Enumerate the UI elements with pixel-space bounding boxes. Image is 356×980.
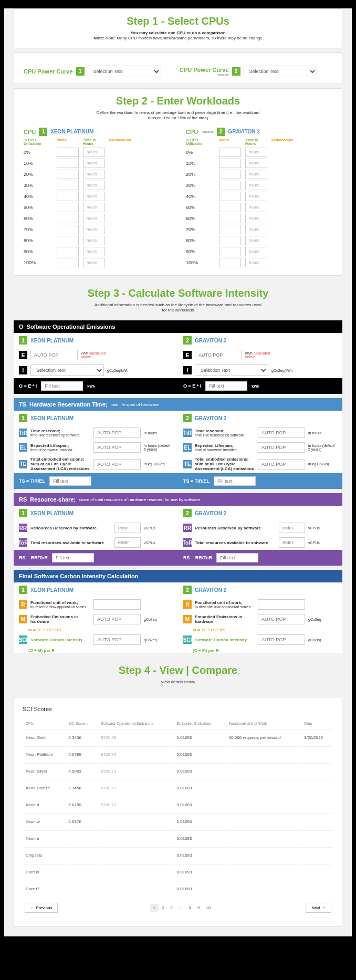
tor-input-2[interactable] xyxy=(279,537,305,548)
hours-input[interactable] xyxy=(245,236,267,245)
watts-input[interactable] xyxy=(219,236,241,245)
hours-input[interactable] xyxy=(83,148,105,157)
r-input-2[interactable] xyxy=(258,599,305,610)
hours-input[interactable] xyxy=(83,247,105,256)
watts-input[interactable] xyxy=(57,203,79,212)
te-input-1[interactable] xyxy=(93,459,141,470)
badge-2: 2 xyxy=(232,67,240,76)
hours-input[interactable] xyxy=(83,170,105,179)
watts-input[interactable] xyxy=(57,148,79,157)
hours-input[interactable] xyxy=(83,192,105,201)
col-header[interactable]: Embodied Emissions xyxy=(175,718,226,728)
page-link[interactable]: 3 xyxy=(167,904,175,912)
watts-input[interactable] xyxy=(219,247,241,256)
hours-input[interactable] xyxy=(83,236,105,245)
hours-input[interactable] xyxy=(83,214,105,223)
watts-input[interactable] xyxy=(219,170,241,179)
ts-result-1[interactable] xyxy=(49,476,91,486)
page-link[interactable]: 1 xyxy=(150,904,158,912)
watts-input[interactable] xyxy=(57,159,79,168)
watts-input[interactable] xyxy=(57,247,79,256)
watts-input[interactable] xyxy=(57,236,79,245)
next-button[interactable]: Next → xyxy=(306,903,331,913)
watts-input[interactable] xyxy=(57,214,79,223)
hours-input[interactable] xyxy=(245,203,267,212)
sci-input-2[interactable] xyxy=(258,634,305,645)
el-input-1[interactable] xyxy=(93,442,141,453)
watts-input[interactable] xyxy=(57,225,79,234)
tir-input-1[interactable] xyxy=(93,428,141,438)
col-header[interactable]: SCI Score ↓ xyxy=(66,718,98,728)
col-header[interactable]: CPU xyxy=(24,718,65,728)
watts-input[interactable] xyxy=(219,159,241,168)
hours-input[interactable] xyxy=(83,181,105,190)
col-header[interactable]: Functional Unit of Work xyxy=(227,718,301,728)
i-select-1[interactable]: Selection Text xyxy=(30,364,104,376)
el-input-2[interactable] xyxy=(258,442,305,453)
rs-result-1[interactable] xyxy=(52,553,94,562)
te-input-2[interactable] xyxy=(258,459,305,470)
cpu2-select[interactable]: Selection Text xyxy=(244,66,317,77)
i-select-2[interactable]: Selection Text xyxy=(195,364,268,376)
watts-input[interactable] xyxy=(57,170,79,179)
watts-input[interactable] xyxy=(57,258,79,267)
hours-input[interactable] xyxy=(245,214,267,223)
hours-input[interactable] xyxy=(245,225,267,234)
watts-input[interactable] xyxy=(57,192,79,201)
prev-button[interactable]: ← Previous xyxy=(25,903,58,913)
o-result-1[interactable] xyxy=(41,381,83,391)
hours-input[interactable] xyxy=(245,258,267,267)
page-link[interactable]: 9 xyxy=(194,904,203,912)
r-input-1[interactable] xyxy=(93,599,141,610)
o-result-2[interactable] xyxy=(205,381,247,391)
cpu1-select[interactable]: Selection Text xyxy=(88,66,161,77)
col-header[interactable]: Software Operational Emissions xyxy=(99,718,173,728)
tir-input-2[interactable] xyxy=(258,428,305,438)
hours-input[interactable] xyxy=(245,192,267,201)
step2-card: Step 2 - Enter Workloads Define the work… xyxy=(14,88,342,276)
rs-result-2[interactable] xyxy=(216,553,258,562)
hours-input[interactable] xyxy=(245,181,267,190)
ts-result-2[interactable] xyxy=(214,476,256,486)
cpu2-label: CPU Power Curve xyxy=(180,67,229,73)
step4-title: Step 4 - View | Compare xyxy=(12,664,344,676)
watts-input[interactable] xyxy=(219,203,241,212)
watts-input[interactable] xyxy=(219,148,241,157)
rr-input-2[interactable] xyxy=(279,523,305,533)
sci-table-card: SCI Scores CPUSCI Score ↓Software Operat… xyxy=(14,697,342,927)
table-row: Xeon d5.67899109.730.01093 xyxy=(24,797,332,812)
hours-input[interactable] xyxy=(83,258,105,267)
hours-input[interactable] xyxy=(245,148,267,157)
watts-input[interactable] xyxy=(57,181,79,190)
page-link[interactable]: 8 xyxy=(185,904,194,912)
rr-input-1[interactable] xyxy=(114,523,141,533)
hours-input[interactable] xyxy=(83,225,105,234)
hours-input[interactable] xyxy=(245,170,267,179)
workload-col-2: CPU*optional2GRAVITON 2 % CPU Utilizatio… xyxy=(186,128,332,269)
watts-input[interactable] xyxy=(219,181,241,190)
page-link[interactable]: 10 xyxy=(203,904,214,912)
e-input-2[interactable] xyxy=(195,350,242,360)
table-row: Xeon Bronze2.34569109.730.01093 xyxy=(24,780,332,796)
hours-input[interactable] xyxy=(245,247,267,256)
col-header[interactable]: Date xyxy=(302,718,332,728)
cpu-select-card: CPU Power Curve 1 Selection Text CPU Pow… xyxy=(14,53,342,84)
hours-input[interactable] xyxy=(83,159,105,168)
step1-card: Step 1 - Select CPUs You may calculate o… xyxy=(14,8,342,48)
watts-input[interactable] xyxy=(219,214,241,223)
m-input-1[interactable] xyxy=(93,614,141,624)
step1-title: Step 1 - Select CPUs xyxy=(24,15,332,27)
hours-input[interactable] xyxy=(245,159,267,168)
section-rs-header: RSResource-share;share of total resource… xyxy=(14,493,342,506)
tor-input-1[interactable] xyxy=(114,537,141,548)
watts-input[interactable] xyxy=(219,192,241,201)
page-link[interactable]: ... xyxy=(176,904,186,912)
m-input-2[interactable] xyxy=(258,614,305,624)
hours-input[interactable] xyxy=(83,203,105,212)
watts-input[interactable] xyxy=(219,225,241,234)
e-input-1[interactable] xyxy=(30,350,78,360)
sci-input-1[interactable] xyxy=(93,634,141,645)
watts-input[interactable] xyxy=(219,258,241,267)
workload-col-1: CPU1XEON PLATINUM % CPU UtilizationWatts… xyxy=(24,128,170,269)
page-link[interactable]: 2 xyxy=(159,904,167,912)
